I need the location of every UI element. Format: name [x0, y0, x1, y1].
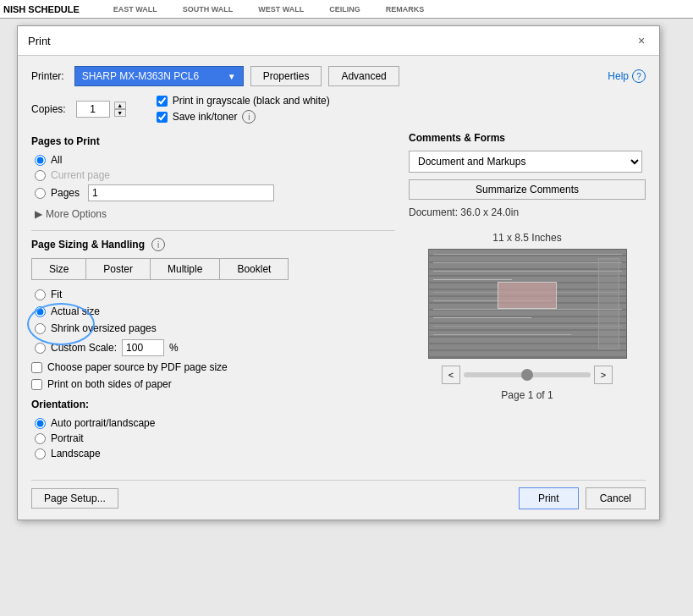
current-page-label: Current page [51, 169, 110, 181]
printer-selected-value: SHARP MX-M363N PCL6 [82, 70, 200, 82]
preview-size-label: 11 x 8.5 Inches [409, 232, 646, 244]
copies-control: Copies: ▲ ▼ [31, 101, 126, 118]
orientation-header: Orientation: [31, 399, 395, 410]
page-slider-thumb [521, 369, 533, 381]
tab-poster[interactable]: Poster [85, 258, 151, 280]
copies-input[interactable] [76, 101, 110, 118]
sizing-tabs: Size Poster Multiple Booklet [31, 258, 395, 280]
orientation-radio-group: Auto portrait/landscape Portrait Landsca… [35, 417, 395, 459]
page-indicator: Page 1 of 1 [409, 389, 646, 401]
preview-line-4 [433, 279, 512, 280]
save-ink-checkbox[interactable] [157, 112, 168, 123]
printer-row: Printer: SHARP MX-M363N PCL6 ▼ Propertie… [31, 66, 646, 86]
close-button[interactable]: × [634, 33, 649, 48]
help-link[interactable]: Help ? [608, 69, 646, 83]
printer-dropdown-arrow: ▼ [228, 72, 236, 81]
help-icon: ? [632, 69, 646, 83]
blueprint-col-3: WEST WALL [258, 5, 304, 14]
preview-area: 11 x 8.5 Inches [409, 232, 646, 401]
pages-range-radio[interactable] [35, 188, 46, 199]
blueprint-col-1: EAST WALL [113, 5, 157, 14]
help-label: Help [608, 70, 629, 82]
shrink-radio[interactable] [35, 323, 46, 334]
custom-scale-row: Custom Scale: % [35, 339, 395, 356]
page-sizing-header-row: Page Sizing & Handling i [31, 238, 395, 251]
copies-label: Copies: [31, 103, 66, 115]
preview-highlight [498, 282, 557, 309]
action-buttons: Print Cancel [519, 487, 646, 509]
both-sides-row: Print on both sides of paper [31, 378, 395, 390]
dialog-body: Printer: SHARP MX-M363N PCL6 ▼ Propertie… [18, 56, 659, 520]
actual-size-radio[interactable] [35, 306, 46, 317]
current-page-radio[interactable] [35, 170, 46, 181]
auto-orientation-radio[interactable] [35, 418, 46, 429]
document-size: Document: 36.0 x 24.0in [409, 206, 646, 218]
divider-1 [31, 230, 395, 231]
properties-button[interactable]: Properties [250, 66, 322, 86]
print-button[interactable]: Print [519, 487, 579, 509]
printer-label: Printer: [31, 70, 64, 82]
page-sizing-info-icon[interactable]: i [151, 238, 165, 251]
copies-spinner: ▲ ▼ [114, 102, 126, 117]
grayscale-checkbox[interactable] [157, 96, 168, 107]
print-dialog: Print × Printer: SHARP MX-M363N PCL6 ▼ P… [17, 25, 660, 520]
page-sizing-header: Page Sizing & Handling [31, 239, 145, 250]
blueprint-title: NISH SCHEDULE [3, 4, 80, 14]
dialog-titlebar: Print × [18, 26, 659, 56]
grayscale-checkbox-row: Print in grayscale (black and white) [157, 95, 330, 107]
fit-label: Fit [51, 289, 62, 300]
orientation-section: Orientation: Auto portrait/landscape Por… [31, 399, 395, 459]
landscape-option: Landscape [35, 448, 395, 459]
right-panel: Comments & Forms Document and Markups Su… [409, 132, 646, 466]
copies-area: Copies: ▲ ▼ Print in grayscale (black an… [31, 95, 646, 124]
tab-booklet[interactable]: Booklet [219, 258, 289, 280]
paper-source-checkbox[interactable] [31, 362, 42, 373]
page-slider[interactable] [464, 372, 591, 377]
preview-line-1 [433, 254, 622, 255]
save-ink-info-icon[interactable]: i [242, 110, 256, 124]
auto-orientation-label: Auto portrait/landscape [51, 417, 155, 429]
preview-content [429, 250, 626, 358]
grayscale-options: Print in grayscale (black and white) Sav… [157, 95, 330, 124]
custom-scale-input[interactable] [122, 339, 164, 356]
summarize-comments-button[interactable]: Summarize Comments [409, 179, 646, 200]
preview-line-9 [433, 326, 622, 327]
advanced-button[interactable]: Advanced [328, 66, 399, 86]
preview-line-10 [433, 334, 571, 335]
comments-forms-header: Comments & Forms [409, 132, 646, 144]
all-pages-radio[interactable] [35, 155, 46, 166]
copies-down-button[interactable]: ▼ [114, 109, 126, 117]
comments-forms-select[interactable]: Document and Markups [409, 151, 642, 173]
portrait-radio[interactable] [35, 433, 46, 444]
custom-scale-radio[interactable] [35, 343, 46, 354]
portrait-option: Portrait [35, 432, 395, 444]
tab-multiple[interactable]: Multiple [150, 258, 220, 280]
left-panel: Pages to Print All Current page Pages [31, 132, 395, 466]
pages-range-input[interactable] [88, 184, 274, 201]
both-sides-checkbox[interactable] [31, 379, 42, 390]
preview-line-2 [433, 262, 622, 263]
blueprint-col-4: CEILING [329, 5, 360, 14]
landscape-radio[interactable] [35, 448, 46, 459]
preview-line-8 [433, 317, 532, 318]
blueprint-col-5: REMARKS [386, 5, 425, 14]
sizing-options: Fit Actual size Shrink oversized pages C… [35, 289, 395, 356]
comments-select-row: Document and Markups [409, 151, 646, 173]
copies-up-button[interactable]: ▲ [114, 102, 126, 109]
more-options-arrow: ▶ [35, 208, 42, 220]
main-content: Pages to Print All Current page Pages [31, 132, 646, 466]
more-options-toggle[interactable]: ▶ More Options [35, 208, 395, 220]
pages-radio-group: All Current page Pages [35, 154, 395, 201]
printer-dropdown[interactable]: SHARP MX-M363N PCL6 ▼ [74, 66, 244, 86]
bottom-row: Page Setup... Print Cancel [31, 480, 646, 509]
next-page-button[interactable]: > [594, 366, 613, 384]
auto-orientation-option: Auto portrait/landscape [35, 417, 395, 429]
prev-page-button[interactable]: < [442, 366, 460, 384]
fit-radio[interactable] [35, 289, 46, 300]
blueprint-col-2: SOUTH WALL [183, 5, 234, 14]
page-setup-button[interactable]: Page Setup... [31, 488, 118, 509]
cancel-button[interactable]: Cancel [586, 487, 646, 509]
actual-size-label: Actual size [51, 305, 100, 317]
preview-line-3 [433, 271, 622, 272]
tab-size[interactable]: Size [31, 258, 86, 280]
